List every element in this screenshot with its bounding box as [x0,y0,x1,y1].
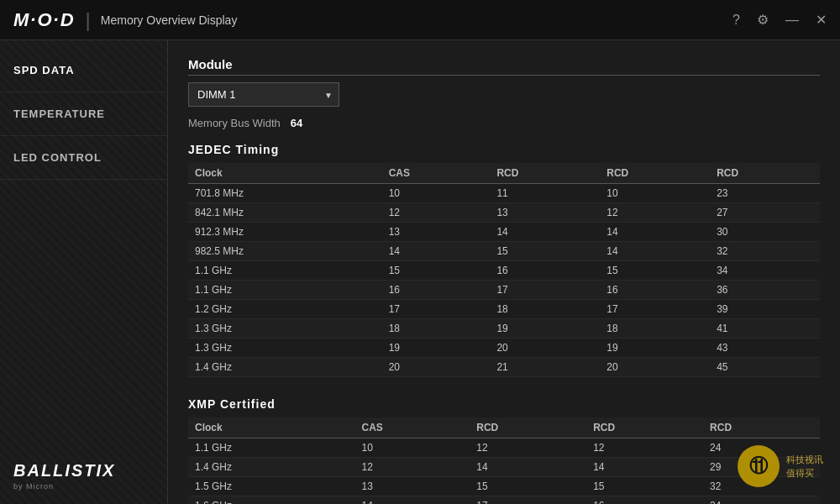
table-cell: 34 [710,261,820,281]
jedec-table: Clock CAS RCD RCD RCD 701.8 MHz101110238… [188,163,820,377]
table-cell: 1.1 GHz [188,261,382,281]
jedec-col-clock: Clock [188,163,382,184]
table-row: 1.4 GHz20212045 [188,358,820,377]
table-cell: 1.2 GHz [188,300,382,319]
table-row: 1.6 GHz14171634 [188,496,820,505]
table-cell: 11 [490,184,600,203]
table-cell: 10 [382,184,491,203]
watermark-circle: ⑪ [738,445,780,487]
table-cell: 17 [382,300,491,319]
table-cell: 36 [710,281,820,300]
table-cell: 19 [600,339,710,358]
table-cell: 1.1 GHz [188,438,355,458]
table-row: 1.2 GHz17181739 [188,300,820,319]
jedec-col-rcd2: RCD [600,163,710,184]
table-cell: 17 [470,496,586,505]
table-cell: 842.1 MHz [188,203,382,223]
xmp-section: XMP Certified Clock CAS RCD RCD RCD 1.1 … [188,397,820,504]
jedec-col-rcd3: RCD [710,163,820,184]
table-row: 842.1 MHz12131227 [188,203,820,223]
memory-bus-row: Memory Bus Width 64 [188,117,820,129]
app-logo: M·O·D [13,9,76,31]
sidebar-item-led-control[interactable]: LED CONTROL [0,136,167,180]
table-cell: 20 [490,339,600,358]
xmp-col-rcd1: RCD [470,417,586,438]
xmp-table-body: 1.1 GHz101212241.4 GHz121414291.5 GHz131… [188,438,820,505]
table-cell: 15 [382,261,491,281]
dimm-dropdown[interactable]: DIMM 1 DIMM 2 DIMM 3 DIMM 4 [188,82,339,107]
app-title: Memory Overview Display [101,13,238,27]
table-cell: 43 [710,339,820,358]
table-cell: 30 [710,223,820,242]
table-cell: 23 [710,184,820,203]
sidebar-item-spd-data[interactable]: SPD DATA [0,49,167,92]
table-row: 1.1 GHz16171636 [188,281,820,300]
table-cell: 10 [355,438,470,458]
table-cell: 1.5 GHz [188,477,355,496]
xmp-table-header: Clock CAS RCD RCD RCD [188,417,820,438]
table-cell: 18 [382,319,491,339]
xmp-col-cas: CAS [355,417,470,438]
jedec-table-body: 701.8 MHz10111023842.1 MHz12131227912.3 … [188,184,820,377]
module-title: Module [188,57,820,76]
table-cell: 1.4 GHz [188,358,382,377]
jedec-title: JEDEC Timing [188,143,820,156]
table-cell: 1.6 GHz [188,496,355,505]
ballistix-logo-text: BALLISTIX [13,461,115,480]
table-cell: 12 [586,438,703,458]
table-cell: 17 [600,300,710,319]
table-cell: 41 [710,319,820,339]
help-icon[interactable]: ? [732,13,740,28]
table-cell: 13 [355,477,470,496]
table-cell: 21 [490,358,600,377]
table-cell: 701.8 MHz [188,184,382,203]
settings-icon[interactable]: ⚙ [757,12,769,28]
table-cell: 1.3 GHz [188,319,382,339]
sidebar: SPD DATA TEMPERATURE LED CONTROL BALLIST… [0,40,168,504]
memory-bus-label: Memory Bus Width [188,117,281,129]
table-cell: 32 [710,242,820,261]
table-cell: 27 [710,203,820,223]
table-row: 912.3 MHz13141430 [188,223,820,242]
table-cell: 912.3 MHz [188,223,382,242]
xmp-col-clock: Clock [188,417,355,438]
table-row: 982.5 MHz14151432 [188,242,820,261]
table-cell: 15 [470,477,586,496]
xmp-col-rcd3: RCD [703,417,820,438]
table-cell: 13 [490,203,600,223]
watermark-line2: 值得买 [786,466,823,480]
table-cell: 39 [710,300,820,319]
table-cell: 16 [600,281,710,300]
table-cell: 16 [490,261,600,281]
xmp-table: Clock CAS RCD RCD RCD 1.1 GHz101212241.4… [188,417,820,504]
table-row: 1.3 GHz19201943 [188,339,820,358]
table-cell: 1.3 GHz [188,339,382,358]
table-cell: 13 [382,223,491,242]
table-cell: 982.5 MHz [188,242,382,261]
table-cell: 14 [600,223,710,242]
table-cell: 45 [710,358,820,377]
table-cell: 18 [600,319,710,339]
title-separator: | [86,8,91,32]
table-cell: 1.4 GHz [188,458,355,477]
table-cell: 18 [490,300,600,319]
table-cell: 10 [600,184,710,203]
content-scroll[interactable]: Module DIMM 1 DIMM 2 DIMM 3 DIMM 4 ▼ Mem… [168,40,840,504]
table-row: 1.1 GHz15161534 [188,261,820,281]
jedec-header-row: Clock CAS RCD RCD RCD [188,163,820,184]
sidebar-item-temperature[interactable]: TEMPERATURE [0,92,167,136]
main-layout: SPD DATA TEMPERATURE LED CONTROL BALLIST… [0,40,840,504]
table-cell: 1.1 GHz [188,281,382,300]
xmp-col-rcd2: RCD [586,417,703,438]
memory-bus-value: 64 [291,117,302,129]
close-icon[interactable]: ✕ [816,12,827,28]
table-row: 1.3 GHz18191841 [188,319,820,339]
jedec-col-cas: CAS [382,163,491,184]
table-cell: 14 [355,496,470,505]
table-cell: 15 [586,477,703,496]
ballistix-sub-text: by Micron [13,482,115,491]
xmp-title: XMP Certified [188,397,820,411]
module-section: Module DIMM 1 DIMM 2 DIMM 3 DIMM 4 ▼ Mem… [188,57,820,129]
minimize-icon[interactable]: — [785,13,799,28]
table-cell: 12 [355,458,470,477]
